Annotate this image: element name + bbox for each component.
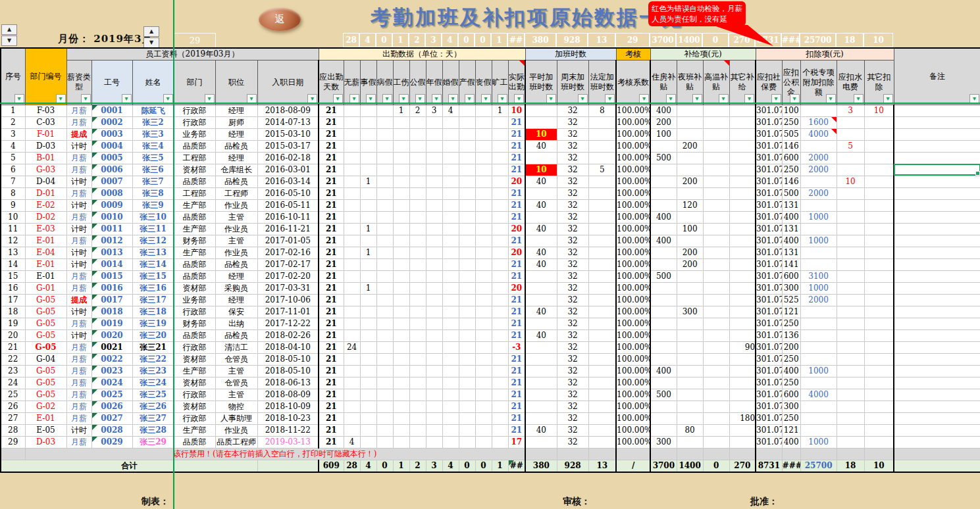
cell-ded_social-r21[interactable]: 301.07 xyxy=(756,341,782,353)
cell-personal_leave-r20[interactable] xyxy=(360,329,376,341)
cell-hire_date-r4[interactable]: 2015-03-17 xyxy=(257,140,319,152)
cell-no-r28[interactable]: 28 xyxy=(1,424,25,436)
cell-assess_ratio-r29[interactable]: 100.00% xyxy=(616,436,650,448)
cell-personal_leave-r29[interactable] xyxy=(360,436,376,448)
cell-remark-r5[interactable] xyxy=(894,152,980,164)
cell-due_days-r24[interactable]: 21 xyxy=(319,377,344,389)
cell-salary_type-r22[interactable]: 月薪 xyxy=(66,353,91,365)
cell-work_injury-r22[interactable] xyxy=(393,353,409,365)
cell-sub_heat-r17[interactable] xyxy=(703,294,729,306)
cell-no-r10[interactable]: 10 xyxy=(1,211,25,223)
cell-sub_other-r12[interactable] xyxy=(729,235,756,247)
cell-ded_tax_extra-r9[interactable] xyxy=(800,199,837,211)
cell-ot_weekend-r21[interactable]: 32 xyxy=(557,341,588,353)
cell-sub_other-r26[interactable] xyxy=(729,400,756,412)
cell-position-r22[interactable]: 仓管员 xyxy=(215,353,257,365)
cell-remark-r26[interactable] xyxy=(894,400,980,412)
cell-marriage_leave-r28[interactable] xyxy=(442,424,459,436)
cell-sub_other-r25[interactable] xyxy=(729,389,756,400)
cell-personal_leave-r2[interactable] xyxy=(360,116,376,128)
cell-ded_social-r8[interactable]: 301.07 xyxy=(756,187,782,199)
cell-salary_type-r20[interactable]: 计时 xyxy=(66,329,91,341)
cell-no_pay-r27[interactable] xyxy=(344,412,360,424)
cell-sick_leave-r19[interactable] xyxy=(376,318,393,329)
cell-salary_type-r21[interactable]: 月薪 xyxy=(66,341,91,353)
cell-assess_ratio-r11[interactable]: 100.00% xyxy=(616,223,650,235)
cell-due_days-r25[interactable]: 21 xyxy=(319,389,344,400)
cell-sick_leave-r23[interactable] xyxy=(376,365,393,377)
cell-ded_utility-r4[interactable]: 5 xyxy=(837,140,864,152)
cell-ded_utility-r7[interactable]: 10 xyxy=(837,176,864,187)
cell-marriage_leave-r12[interactable] xyxy=(442,235,459,247)
cell-ded_tax_extra-r28[interactable] xyxy=(800,424,837,436)
cell-public_leave-r2[interactable] xyxy=(409,116,426,128)
cell-remark-r10[interactable] xyxy=(894,211,980,223)
cell-ded_fund-r4[interactable]: 146 xyxy=(782,140,800,152)
cell-no-r27[interactable]: 27 xyxy=(1,412,25,424)
cell-dept_code-r14[interactable]: E-01 xyxy=(25,258,66,270)
cell-salary_type-r27[interactable]: 月薪 xyxy=(66,412,91,424)
cell-ded_social-r4[interactable]: 301.07 xyxy=(756,140,782,152)
cell-ded_tax_extra-r10[interactable]: 1000 xyxy=(800,211,837,223)
cell-ded_other-r6[interactable] xyxy=(864,164,894,176)
cell-annual_leave-r18[interactable] xyxy=(426,306,442,318)
cell-remark-r3[interactable] xyxy=(894,128,980,140)
cell-sub_other-r24[interactable] xyxy=(729,377,756,389)
cell-department-r14[interactable]: 品质部 xyxy=(174,258,215,270)
cell-actual_days-r8[interactable]: 21 xyxy=(508,187,525,199)
cell-ot_weekend-r12[interactable]: 32 xyxy=(557,235,588,247)
cell-sub_night-r9[interactable]: 120 xyxy=(677,199,703,211)
cell-sick_leave-r6[interactable] xyxy=(376,164,393,176)
cell-annual_leave-r28[interactable] xyxy=(426,424,442,436)
cell-maternity_leave-r22[interactable] xyxy=(459,353,475,365)
cell-dept_code-r22[interactable]: G-04 xyxy=(25,353,66,365)
total-absenteeism[interactable]: 1 xyxy=(492,460,508,472)
cell-funeral_leave-r12[interactable] xyxy=(475,235,492,247)
cell-absenteeism-r26[interactable] xyxy=(492,400,508,412)
cell-emp_id-r16[interactable]: 0016 xyxy=(91,282,132,294)
cell-name-r9[interactable]: 张三9 xyxy=(132,199,174,211)
cell-remark-r12[interactable] xyxy=(894,235,980,247)
total-public_leave[interactable]: 2 xyxy=(409,460,426,472)
cell-department-r26[interactable]: 资材部 xyxy=(174,400,215,412)
cell-ot_holiday-r23[interactable] xyxy=(588,365,616,377)
total-ot_holiday[interactable]: 13 xyxy=(588,460,616,472)
cell-department-r27[interactable]: 行政部 xyxy=(174,412,215,424)
cell-public_leave-r20[interactable] xyxy=(409,329,426,341)
cell-actual_days-r12[interactable]: 21 xyxy=(508,235,525,247)
cell-sick_leave-r18[interactable] xyxy=(376,306,393,318)
cell-marriage_leave-r18[interactable] xyxy=(442,306,459,318)
cell-sub_house-r24[interactable] xyxy=(650,377,677,389)
cell-ded_tax_extra-r26[interactable] xyxy=(800,400,837,412)
cell-marriage_leave-r15[interactable] xyxy=(442,270,459,282)
cell-sub_house-r17[interactable] xyxy=(650,294,677,306)
cell-funeral_leave-r13[interactable] xyxy=(475,247,492,258)
cell-name-r14[interactable]: 张三14 xyxy=(132,258,174,270)
cell-due_days-r5[interactable]: 21 xyxy=(319,152,344,164)
cell-ded_utility-r24[interactable] xyxy=(837,377,864,389)
cell-no-r14[interactable]: 14 xyxy=(1,258,25,270)
cell-sub_other-r20[interactable] xyxy=(729,329,756,341)
cell-work_injury-r11[interactable] xyxy=(393,223,409,235)
cell-ot_weekend-r4[interactable]: 32 xyxy=(557,140,588,152)
cell-hire_date-r15[interactable]: 2017-02-20 xyxy=(257,270,319,282)
cell-sub_house-r26[interactable] xyxy=(650,400,677,412)
cell-work_injury-r18[interactable] xyxy=(393,306,409,318)
cell-ded_other-r14[interactable] xyxy=(864,258,894,270)
cell-assess_ratio-r10[interactable]: 100.00% xyxy=(616,211,650,223)
cell-emp_id-r27[interactable]: 0027 xyxy=(91,412,132,424)
cell-ot_normal-r18[interactable]: 40 xyxy=(525,306,557,318)
cell-hire_date-r14[interactable]: 2017-02-17 xyxy=(257,258,319,270)
cell-annual_leave-r7[interactable] xyxy=(426,176,442,187)
cell-maternity_leave-r20[interactable] xyxy=(459,329,475,341)
cell-dept_code-r20[interactable]: G-05 xyxy=(25,329,66,341)
cell-remark-r9[interactable] xyxy=(894,199,980,211)
cell-name-r7[interactable]: 张三7 xyxy=(132,176,174,187)
cell-funeral_leave-r19[interactable] xyxy=(475,318,492,329)
cell-sub_night-r26[interactable] xyxy=(677,400,703,412)
cell-ded_fund-r18[interactable]: 121 xyxy=(782,306,800,318)
cell-hire_date-r11[interactable]: 2016-11-21 xyxy=(257,223,319,235)
cell-sub_other-r14[interactable] xyxy=(729,258,756,270)
cell-no-r25[interactable]: 25 xyxy=(1,389,25,400)
cell-position-r25[interactable]: 主管 xyxy=(215,389,257,400)
